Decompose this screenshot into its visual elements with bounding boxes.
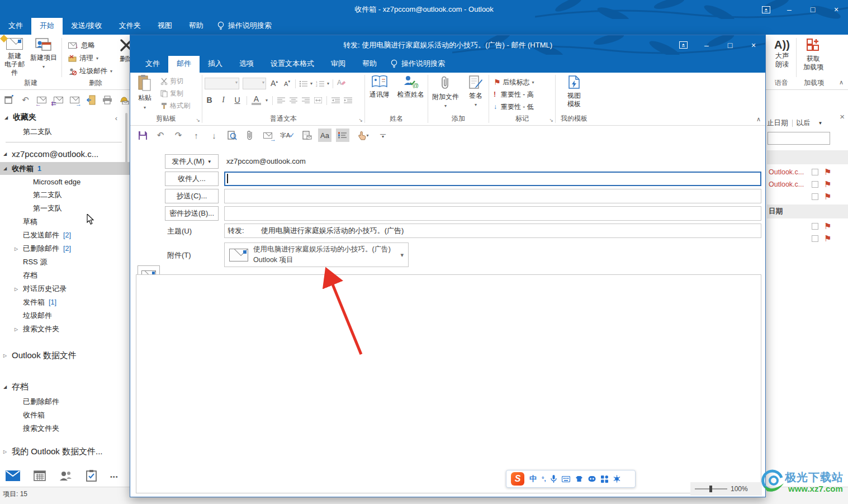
zoom-slider[interactable]: [695, 488, 727, 489]
tell-me-search[interactable]: 操作说明搜索: [212, 18, 277, 35]
follow-up-button[interactable]: ⚑后续标志▾: [494, 76, 553, 88]
paste-button[interactable]: 粘贴 ▾: [132, 75, 157, 114]
read-aloud-button[interactable]: A)) 大声朗读: [770, 38, 794, 69]
task-row[interactable]: Outlook.c... ⚑: [767, 166, 848, 178]
task-row[interactable]: ⚑: [767, 232, 848, 245]
sidebar-folder[interactable]: 第一支队: [0, 202, 130, 215]
underline-button[interactable]: U: [233, 96, 242, 104]
maximize-button[interactable]: □: [718, 35, 742, 55]
touch-mode-icon[interactable]: ▾: [354, 129, 373, 142]
flag-icon[interactable]: ⚑: [824, 234, 831, 244]
sidebar-folder[interactable]: 第二支队: [0, 188, 130, 202]
save-icon[interactable]: [136, 129, 149, 142]
to-button[interactable]: 收件人...: [165, 172, 219, 186]
sidebar-folder[interactable]: 已删除邮件: [0, 395, 130, 408]
mail-nav-icon[interactable]: [6, 470, 20, 483]
ime-mic-icon[interactable]: [551, 475, 557, 483]
new-task-input[interactable]: [768, 132, 830, 145]
redo-icon[interactable]: ↷: [172, 129, 185, 142]
align-center-icon[interactable]: [290, 97, 297, 103]
attachment-dropdown-icon[interactable]: ▾: [400, 251, 404, 259]
ime-punctuation-icon[interactable]: °,: [542, 476, 546, 482]
compose-menu-tab[interactable]: 邮件: [168, 56, 200, 73]
tell-me-search[interactable]: 操作说明搜索: [385, 56, 451, 73]
reminder-icon[interactable]: [119, 94, 130, 106]
move-down-icon[interactable]: ↓: [207, 129, 221, 142]
decrease-indent-icon[interactable]: [331, 97, 339, 103]
customize-qat-icon[interactable]: —▾: [377, 129, 389, 142]
task-row[interactable]: 日期 ⚑: [767, 205, 848, 218]
message-options-icon[interactable]: [300, 129, 314, 142]
tags-dialog-launcher-icon[interactable]: ↘: [549, 117, 553, 123]
attachment-chip[interactable]: 使用电脑进行家庭娱乐活动的小技巧。(广告) Outlook 项目 ▾: [224, 243, 409, 267]
tasks-nav-icon[interactable]: [86, 470, 97, 484]
compose-menu-tab[interactable]: 审阅: [323, 56, 354, 73]
view-templates-button[interactable]: 视图模板: [563, 75, 585, 114]
ime-emoji-icon[interactable]: [588, 476, 596, 482]
basic-text-dialog-launcher-icon[interactable]: ↘: [358, 117, 363, 123]
task-checkbox[interactable]: [812, 223, 818, 230]
sidebar-folder[interactable]: [0, 364, 130, 378]
ignore-button[interactable]: ↓ 忽略: [68, 41, 95, 50]
expand-arrow-icon[interactable]: ▷: [3, 353, 12, 358]
task-checkbox[interactable]: [812, 169, 818, 175]
font-family-combobox[interactable]: [205, 78, 239, 89]
sidebar-scrollbar[interactable]: [125, 113, 127, 163]
shrink-font-button[interactable]: A▾: [282, 79, 292, 88]
close-button[interactable]: ×: [825, 0, 848, 19]
expand-arrow-icon[interactable]: ◢: [3, 151, 12, 156]
increase-indent-icon[interactable]: [344, 97, 352, 103]
main-menu-tab[interactable]: 帮助: [181, 18, 212, 35]
sidebar-folder[interactable]: 收件箱: [0, 408, 130, 422]
high-importance-button[interactable]: !重要性 - 高: [494, 88, 553, 101]
compose-menu-tab[interactable]: 设置文本格式: [262, 56, 323, 73]
signature-button[interactable]: 签名▾: [466, 75, 486, 114]
bcc-button[interactable]: 密件抄送(B)...: [165, 206, 219, 221]
task-row[interactable]: ⚑: [767, 220, 848, 232]
sidebar-folder[interactable]: 垃圾邮件: [0, 309, 130, 322]
sidebar-folder[interactable]: ▷ Outlook 数据文件: [0, 347, 130, 364]
more-nav-icon[interactable]: •••: [110, 473, 119, 480]
minimize-button[interactable]: –: [778, 0, 801, 19]
main-menu-tab[interactable]: 开始: [31, 18, 63, 35]
minimize-button[interactable]: –: [695, 35, 718, 55]
main-menu-tab[interactable]: 视图: [149, 18, 181, 35]
main-menu-tab[interactable]: 文件夹: [111, 18, 149, 35]
compose-menu-tab[interactable]: 选项: [231, 56, 262, 73]
ribbon-display-options-button[interactable]: [754, 0, 778, 19]
ime-settings-icon[interactable]: [613, 475, 620, 483]
close-button[interactable]: ×: [742, 35, 765, 55]
ribbon-display-options-button[interactable]: [671, 35, 695, 55]
expand-arrow-icon[interactable]: ▷: [15, 327, 23, 332]
sidebar-folder[interactable]: ▷ 我的 Outlook 数据文件...: [0, 443, 130, 460]
spelling-check-icon[interactable]: 字A✓: [279, 129, 296, 142]
to-input[interactable]: [224, 172, 761, 186]
font-color-button[interactable]: A: [252, 95, 261, 105]
expand-arrow-icon[interactable]: ▷: [3, 449, 12, 454]
sidebar-folder[interactable]: ◢ 存档: [0, 378, 130, 395]
sidebar-folder[interactable]: [0, 435, 130, 443]
task-checkbox[interactable]: [812, 193, 818, 200]
task-checkbox[interactable]: [812, 235, 818, 242]
sidebar-folder[interactable]: ▷ 对话历史记录: [0, 282, 130, 296]
send-receive-icon[interactable]: →: [261, 129, 274, 142]
task-row[interactable]: ⚑: [767, 150, 848, 164]
reply-icon[interactable]: ←: [36, 94, 48, 106]
expand-arrow-icon[interactable]: ▷: [15, 246, 23, 251]
maximize-button[interactable]: □: [801, 0, 825, 19]
reply-all-icon[interactable]: ⇇: [53, 94, 64, 106]
undo-icon[interactable]: ↶: [20, 94, 31, 106]
message-body[interactable]: [136, 274, 761, 493]
collapse-ribbon-icon[interactable]: ∧: [756, 116, 761, 123]
bold-button[interactable]: B: [205, 96, 214, 104]
distribute-icon[interactable]: [314, 97, 322, 103]
flag-icon[interactable]: ⚑: [824, 179, 831, 189]
sidebar-folder[interactable]: [0, 139, 130, 145]
sidebar-folder[interactable]: ◢ 收藏夹: [0, 110, 130, 125]
align-left-icon[interactable]: [277, 97, 285, 103]
expand-arrow-icon[interactable]: ▷: [15, 287, 23, 292]
italic-button[interactable]: I: [219, 96, 228, 104]
sidebar-folder[interactable]: RSS 源: [0, 255, 130, 269]
ime-toolbox-icon[interactable]: [601, 476, 608, 483]
sidebar-folder[interactable]: ◢ xz7pccom@outlook.c...: [0, 145, 130, 162]
